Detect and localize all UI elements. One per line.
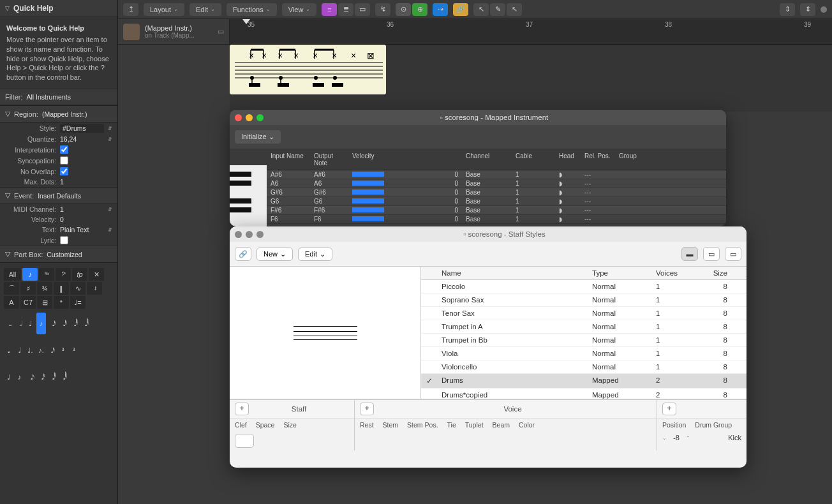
quick-help-header[interactable]: ▽ Quick Help bbox=[0, 0, 117, 17]
view-menu[interactable]: View⌄ bbox=[282, 3, 317, 16]
note-dotted-icon[interactable]: 𝅗𝅥. bbox=[15, 339, 24, 361]
drumgroup-value[interactable]: Kick bbox=[728, 434, 741, 441]
note-dotted-icon[interactable]: ♪. bbox=[36, 339, 46, 361]
region-header[interactable]: ▽ Region: (Mapped Instr.) bbox=[0, 105, 117, 122]
new-menu[interactable]: New ⌄ bbox=[256, 248, 293, 261]
partbox-tab-rest[interactable]: 𝄽 bbox=[87, 282, 102, 295]
pencil-tool[interactable]: ✎ bbox=[490, 3, 505, 16]
midi-in-button[interactable]: ↯ bbox=[375, 3, 390, 16]
note-icon[interactable]: 𝅝 bbox=[4, 313, 13, 334]
stepper-icon[interactable]: ⇵ bbox=[108, 137, 112, 142]
add-staff-button[interactable]: + bbox=[235, 403, 249, 415]
functions-menu[interactable]: Functions⌄ bbox=[227, 3, 277, 16]
partbox-tab-dynamics[interactable]: fp bbox=[72, 268, 87, 281]
list-item[interactable]: Drums*copiedMapped 28 bbox=[421, 389, 747, 399]
view-wrapped-button[interactable]: ≣ bbox=[338, 3, 353, 16]
filter-row[interactable]: Filter: All Instruments bbox=[0, 89, 117, 105]
back-button[interactable]: ↥ bbox=[123, 3, 138, 16]
partbox-tab-trill[interactable]: ∿ bbox=[70, 282, 85, 295]
track-menu-icon[interactable]: ▭ bbox=[218, 27, 224, 36]
staff-style-list[interactable]: Name Type Voices Size PiccoloNormal 18 S… bbox=[421, 267, 747, 399]
style-field[interactable]: #Drums bbox=[60, 124, 104, 133]
list-item[interactable]: ✓ DrumsMapped 28 bbox=[421, 374, 747, 389]
hzoom-button[interactable]: ⇕ bbox=[800, 3, 815, 16]
zoom-dot-icon[interactable] bbox=[821, 6, 827, 13]
edit-menu[interactable]: Edit⌄ bbox=[189, 3, 221, 16]
note-icon[interactable]: 𝅘𝅥𝅰 bbox=[58, 313, 68, 334]
partbox-tab-chord[interactable]: C7 bbox=[20, 296, 36, 309]
interpretation-checkbox[interactable] bbox=[60, 145, 68, 154]
link-button[interactable]: 🔗 bbox=[235, 247, 251, 261]
view-list-button[interactable]: ▭ bbox=[725, 247, 741, 261]
add-voice-button[interactable]: + bbox=[360, 403, 374, 415]
list-item[interactable]: Tenor SaxNormal 18 bbox=[421, 307, 747, 320]
note-icon[interactable]: ♩ bbox=[26, 313, 35, 334]
stepper-down-icon[interactable]: ⌄ bbox=[662, 435, 667, 441]
note-icon[interactable]: 𝅘𝅥𝅯 bbox=[47, 313, 57, 334]
note-icon[interactable]: 𝅘𝅥𝅲 bbox=[58, 366, 68, 388]
table-row[interactable]: F6F6 0 Base1 ◗--- bbox=[230, 215, 726, 224]
list-item[interactable]: Soprano SaxNormal 18 bbox=[421, 293, 747, 307]
note-dotted-icon[interactable]: ♩. bbox=[26, 339, 35, 361]
list-item[interactable]: ViolaNormal 18 bbox=[421, 347, 747, 360]
partbox-tab-text[interactable]: A bbox=[4, 296, 19, 309]
stepper-icon[interactable]: ⇵ bbox=[108, 126, 112, 131]
partbox-tab-all[interactable]: All bbox=[4, 268, 21, 281]
note-icon[interactable]: 𝅗𝅥 bbox=[15, 313, 24, 334]
note-icon[interactable]: 𝅘𝅥𝅱 bbox=[69, 313, 78, 334]
note-icon[interactable]: ♪ bbox=[36, 313, 46, 334]
midi-field[interactable]: 1 bbox=[60, 205, 104, 213]
zoom-icon[interactable] bbox=[256, 231, 264, 238]
partbox-tab-sharps[interactable]: ♯ bbox=[20, 282, 36, 295]
note-icon[interactable]: 𝅘𝅥𝅲 bbox=[80, 313, 89, 334]
tool-a-button[interactable]: ⊙ bbox=[396, 3, 411, 16]
partbox-tab-pedal[interactable]: 𝆮 bbox=[39, 268, 54, 281]
note-dotted-icon[interactable]: 𝅝. bbox=[4, 339, 13, 361]
list-item[interactable]: Trumpet in BbNormal 18 bbox=[421, 334, 747, 347]
tool-b-button[interactable]: ⊕ bbox=[412, 3, 427, 16]
stepper-up-icon[interactable]: ⌃ bbox=[686, 435, 690, 441]
alt-tool[interactable]: ↖ bbox=[507, 3, 522, 16]
add-assign-button[interactable]: + bbox=[662, 403, 676, 415]
vzoom-button[interactable]: ⇕ bbox=[780, 3, 795, 16]
view-dual-button[interactable]: ▭ bbox=[703, 247, 720, 261]
note-icon[interactable]: ♪ bbox=[15, 366, 24, 388]
nooverlap-checkbox[interactable] bbox=[60, 167, 68, 175]
maxdots-field[interactable]: 1 bbox=[60, 178, 112, 186]
table-row[interactable]: F#6F#6 0 Base1 ◗--- bbox=[230, 206, 726, 215]
note-icon[interactable]: 𝅘𝅥𝅰 bbox=[36, 366, 46, 388]
clef-selector[interactable] bbox=[235, 434, 254, 448]
view-page-button[interactable]: ▭ bbox=[355, 3, 370, 16]
track-header[interactable]: (Mapped Instr.) on Track (Mapp... ▭ bbox=[118, 19, 230, 45]
table-row[interactable]: G#6G#6 0 Base1 ◗--- bbox=[230, 188, 726, 197]
catch-button[interactable]: ⇢ bbox=[433, 3, 448, 16]
partbox-tab-heads[interactable]: ✕ bbox=[89, 268, 104, 281]
list-item[interactable]: PiccoloNormal 18 bbox=[421, 280, 747, 293]
view-single-button[interactable]: ▬ bbox=[681, 247, 698, 261]
partbox-header[interactable]: ▽ Part Box: Customized bbox=[0, 246, 117, 263]
view-linear-button[interactable]: ≡ bbox=[322, 3, 337, 16]
stepper-icon[interactable]: ⇵ bbox=[108, 207, 112, 212]
partbox-tab-time[interactable]: ¾ bbox=[37, 282, 52, 295]
partbox-tab-coda[interactable]: 𝄌 bbox=[54, 296, 69, 309]
piano-keyboard[interactable] bbox=[230, 165, 267, 226]
close-icon[interactable] bbox=[235, 114, 242, 121]
list-item[interactable]: Trumpet in ANormal 18 bbox=[421, 320, 747, 334]
partbox-tab-symbols[interactable]: ⌒ bbox=[4, 282, 19, 295]
layout-menu[interactable]: Layout⌄ bbox=[144, 3, 184, 16]
list-item[interactable]: VioloncelloNormal 18 bbox=[421, 360, 747, 374]
note-triplet-icon[interactable]: ³ bbox=[69, 339, 78, 361]
window-titlebar[interactable]: ▫ scoresong - Staff Styles bbox=[230, 226, 747, 242]
partbox-tab-notes[interactable]: ♪ bbox=[22, 268, 38, 281]
event-header[interactable]: ▽ Event: Insert Defaults bbox=[0, 187, 117, 204]
partbox-tab-tab[interactable]: ⊞ bbox=[37, 296, 52, 309]
note-icon[interactable]: ♩ bbox=[4, 366, 13, 388]
partbox-tab-bars[interactable]: ‖ bbox=[54, 282, 69, 295]
stepper-icon[interactable]: ⇵ bbox=[108, 227, 112, 233]
initialize-button[interactable]: Initialize ⌄ bbox=[235, 130, 281, 144]
table-row[interactable]: G6G6 0 Base1 ◗--- bbox=[230, 197, 726, 206]
partbox-tab-clef[interactable]: 𝄢 bbox=[56, 268, 71, 281]
link-button[interactable]: 🔗 bbox=[453, 3, 468, 16]
table-row[interactable]: A6A6 0 Base1 ◗--- bbox=[230, 179, 726, 188]
note-dotted-icon[interactable]: 𝅘𝅥𝅯. bbox=[47, 339, 57, 361]
